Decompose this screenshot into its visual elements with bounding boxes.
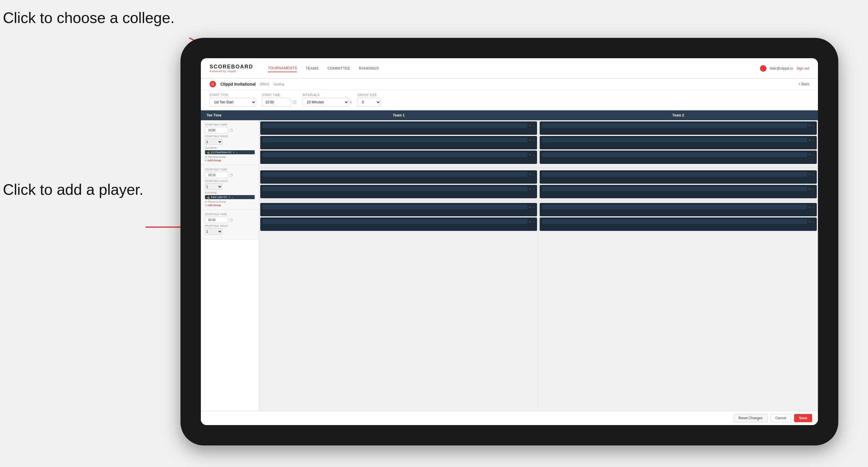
player-remove-icon[interactable]: × xyxy=(529,206,531,209)
player-slot[interactable] xyxy=(542,138,807,143)
player-chevron-icon[interactable]: ⌄ xyxy=(812,173,814,176)
add-group-2[interactable]: + Add Group xyxy=(205,204,255,207)
player-chevron-icon[interactable]: ⌄ xyxy=(532,220,535,223)
tee-row-1: STARTING TIME: 🕐 STARTING HOLE: 1 COURSE… xyxy=(201,120,259,165)
starting-hole-label-1: STARTING HOLE: xyxy=(205,135,255,138)
start-time-input[interactable] xyxy=(262,98,291,106)
starting-hole-select-1[interactable]: 1 xyxy=(205,138,222,145)
player-remove-icon[interactable]: × xyxy=(809,220,810,223)
player-slot[interactable] xyxy=(542,172,807,177)
annotation-add-player: Click to add a player. xyxy=(3,181,144,198)
course-chevron-2[interactable]: ⌄ xyxy=(231,196,234,198)
team1-row3-player2: × ⌄ xyxy=(260,217,537,231)
table-header: Tee Time Team 1 Team 2 xyxy=(201,110,818,120)
starting-hole-select-2[interactable]: 1 xyxy=(205,183,222,190)
group-size-label: Group Size xyxy=(358,93,381,97)
player-slot[interactable] xyxy=(262,172,527,177)
player-slot[interactable] xyxy=(542,205,807,209)
player-slot[interactable] xyxy=(262,123,527,128)
course-remove-x-1[interactable]: × xyxy=(233,151,235,154)
player-chevron-icon[interactable]: ⌄ xyxy=(532,187,535,190)
starting-time-input-1[interactable] xyxy=(205,127,228,133)
team1-row1-player2: × ⌄ xyxy=(260,136,537,149)
course-chevron-1[interactable]: ⌄ xyxy=(236,151,238,154)
player-remove-icon[interactable]: × xyxy=(809,173,810,176)
player-slot[interactable] xyxy=(542,152,807,157)
player-chevron-icon[interactable]: ⌄ xyxy=(812,206,814,209)
tee-time-column: STARTING TIME: 🕐 STARTING HOLE: 1 COURSE… xyxy=(201,120,259,411)
team1-row1-player1: × ⌄ xyxy=(260,121,537,135)
intervals-label: Intervals xyxy=(303,93,352,97)
course-tag-1[interactable]: ⛳ (A) Peachtree GC × ⌄ xyxy=(205,150,255,154)
back-button[interactable]: < Back xyxy=(799,82,809,86)
course-label-2: COURSE: xyxy=(205,191,255,194)
player-slot[interactable] xyxy=(542,187,807,191)
nav-tournaments[interactable]: TOURNAMENTS xyxy=(268,64,297,72)
player-chevron-icon[interactable]: ⌄ xyxy=(532,124,535,127)
form-row: Start Type 1st Tee Start Start Time 🕐 In… xyxy=(201,90,818,110)
nav-committee[interactable]: COMMITTEE xyxy=(328,65,350,72)
player-slot[interactable] xyxy=(262,219,527,224)
row-divider-t2-2 xyxy=(540,199,817,202)
player-slot[interactable] xyxy=(262,187,527,191)
player-remove-icon[interactable]: × xyxy=(809,124,810,127)
player-remove-icon[interactable]: × xyxy=(529,153,531,156)
player-remove-icon[interactable]: × xyxy=(809,187,810,190)
th-tee-time: Tee Time xyxy=(201,110,259,120)
row-divider-1 xyxy=(260,167,537,169)
start-type-group: Start Type 1st Tee Start xyxy=(210,93,256,106)
player-chevron-icon[interactable]: ⌄ xyxy=(812,124,814,127)
cancel-button[interactable]: Cancel xyxy=(771,414,791,422)
nav-bar: SCOREBOARD Powered by clippd TOURNAMENTS… xyxy=(201,58,818,79)
team2-column: × ⌄ × ⌄ × xyxy=(538,120,818,411)
remove-group-2[interactable]: ⊖ Remove Group xyxy=(205,200,255,203)
intervals-select[interactable]: 10 Minutes xyxy=(303,98,349,106)
group-size-select[interactable]: 3 xyxy=(358,98,381,106)
team2-row2-player2: × ⌄ xyxy=(540,185,817,198)
player-remove-icon[interactable]: × xyxy=(809,153,810,156)
player-remove-icon[interactable]: × xyxy=(529,187,531,190)
player-remove-icon[interactable]: × xyxy=(809,206,810,209)
player-slot[interactable] xyxy=(542,219,807,224)
player-slot[interactable] xyxy=(262,138,527,143)
nav-links: TOURNAMENTS TEAMS COMMITTEE RANKINGS xyxy=(268,64,379,72)
sign-out-link[interactable]: Sign out xyxy=(796,66,809,70)
team2-row2-block: × ⌄ × ⌄ xyxy=(540,170,817,198)
nav-rankings[interactable]: RANKINGS xyxy=(359,65,379,72)
course-remove-x-2[interactable]: × xyxy=(228,196,230,198)
tee-row-3: STARTING TIME: 🕐 STARTING HOLE: 1 xyxy=(201,210,259,239)
player-remove-icon[interactable]: × xyxy=(809,138,810,142)
tournament-title: Clippd Invitational xyxy=(220,82,255,87)
starting-time-label-2: STARTING TIME: xyxy=(205,168,255,171)
player-chevron-icon[interactable]: ⌄ xyxy=(812,187,814,190)
team2-row2-player1: × ⌄ xyxy=(540,170,817,184)
player-chevron-icon[interactable]: ⌄ xyxy=(532,206,535,209)
save-button[interactable]: Save xyxy=(794,414,812,422)
starting-time-input-2[interactable] xyxy=(205,172,228,178)
player-chevron-icon[interactable]: ⌄ xyxy=(532,138,535,142)
player-remove-icon[interactable]: × xyxy=(529,173,531,176)
reset-button[interactable]: Reset Changes xyxy=(734,414,768,422)
player-chevron-icon[interactable]: ⌄ xyxy=(532,153,535,156)
player-slot[interactable] xyxy=(262,205,527,209)
starting-hole-select-3[interactable]: 1 xyxy=(205,228,222,235)
start-time-clock-icon: 🕐 xyxy=(292,100,297,104)
player-chevron-icon[interactable]: ⌄ xyxy=(812,153,814,156)
tablet-screen: SCOREBOARD Powered by clippd TOURNAMENTS… xyxy=(201,58,818,425)
time-icon-1: 🕐 xyxy=(229,129,233,132)
nav-teams[interactable]: TEAMS xyxy=(306,65,319,72)
start-type-select[interactable]: 1st Tee Start xyxy=(210,98,256,106)
add-group-1[interactable]: + Add Group xyxy=(205,159,255,162)
player-chevron-icon[interactable]: ⌄ xyxy=(532,173,535,176)
starting-time-input-3[interactable] xyxy=(205,217,228,223)
player-slot[interactable] xyxy=(542,123,807,128)
player-remove-icon[interactable]: × xyxy=(529,220,531,223)
player-chevron-icon[interactable]: ⌄ xyxy=(812,220,814,223)
player-chevron-icon[interactable]: ⌄ xyxy=(812,138,814,142)
remove-group-1[interactable]: ⊖ Remove Group xyxy=(205,155,255,158)
player-remove-icon[interactable]: × xyxy=(529,124,531,127)
player-slot[interactable] xyxy=(262,152,527,157)
intervals-info-icon: ℹ xyxy=(350,100,352,104)
player-remove-icon[interactable]: × xyxy=(529,138,531,142)
course-tag-2[interactable]: ⛳ East Lake GC × ⌄ xyxy=(205,195,255,199)
